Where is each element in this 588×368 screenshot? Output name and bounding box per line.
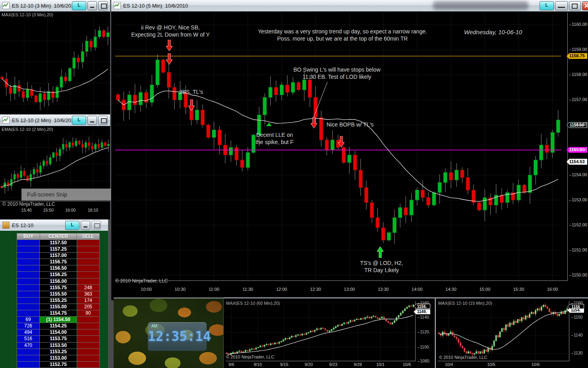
dom-buy-cell[interactable] (17, 298, 40, 304)
titlebar-3min[interactable]: ES 12-10 (3 Min) 10/6/2010 L (0, 0, 110, 12)
price-axis-label: 1157.00 (572, 97, 587, 102)
dom-buy-cell[interactable] (17, 291, 40, 298)
dom-row: 4941154.00 (17, 329, 100, 336)
time-axis-label: 11:30 (239, 287, 257, 292)
time-axis-label: 11:00 (205, 287, 223, 292)
dom-sell-cell[interactable] (77, 336, 100, 342)
dom-buy-cell[interactable] (17, 285, 40, 291)
dom-buy-cell[interactable] (17, 304, 40, 310)
price-axis-label: 1153.00 (572, 197, 587, 202)
dom-buy-cell[interactable]: 494 (17, 329, 40, 336)
link-button[interactable]: L (540, 1, 554, 10)
red-down-arrow-icon (188, 99, 195, 111)
dom-sell-cell[interactable] (77, 259, 100, 265)
time-axis-label: 15:50 (39, 208, 58, 212)
dom-buy-cell[interactable]: 470 (17, 343, 40, 349)
titlebar-5min[interactable]: ES 12-10 (5 Min) 10/6/2010 L (111, 0, 588, 12)
dom-sell-cell[interactable] (77, 349, 100, 355)
dom-sell-cell[interactable] (77, 362, 100, 368)
price-axis-label: 1159.00 (572, 47, 587, 52)
dom-buy-cell[interactable] (17, 253, 40, 259)
dom-sell-cell[interactable] (77, 240, 100, 246)
time-axis-label: 16:00 (544, 287, 562, 292)
time-axis-label: 10/6 (398, 362, 416, 367)
time-axis-label: 9/6 (222, 362, 240, 367)
maximize-button[interactable] (569, 1, 581, 10)
dom-sell-cell[interactable]: 90 (77, 310, 100, 317)
close-button[interactable] (582, 1, 588, 10)
price-axis-label: 1152.00 (572, 222, 587, 227)
dom-sell-cell[interactable] (77, 272, 100, 278)
link-button[interactable]: L (65, 221, 79, 230)
dom-row: 1157.00 (17, 253, 100, 259)
dom-sell-cell[interactable] (77, 323, 100, 329)
dom-sell-cell[interactable]: 248 (77, 285, 100, 291)
dom-buy-cell[interactable] (17, 355, 40, 362)
dom-row: 1156.50 (17, 265, 100, 272)
dom-buy-cell[interactable] (17, 272, 40, 278)
maximize-button[interactable] (98, 116, 108, 125)
price-axis-label: 1080. (420, 358, 430, 363)
dom-buy-cell[interactable] (17, 265, 40, 272)
dom-sell-cell[interactable] (77, 355, 100, 362)
minimize-button[interactable] (87, 1, 97, 10)
dom-row: 1157.50 (17, 240, 100, 246)
time-axis-label: 10:00 (137, 287, 155, 292)
titlebar-2min[interactable]: ES 12-10 (2 Min) 10/6/2010 L (0, 115, 110, 126)
maximize-button[interactable] (91, 221, 101, 230)
dom-last-price-cell: (1) 1154.50 (40, 317, 77, 323)
dom-sell-cell[interactable]: 205 (77, 304, 100, 310)
chart-icon (2, 117, 10, 124)
copyright: © 2010 NinjaTrader, LLC (439, 355, 487, 360)
titlebar-dom[interactable]: ES 12-10 L (0, 220, 108, 231)
dom-buy-cell[interactable] (17, 362, 40, 368)
dom-header-sell: SELL (77, 234, 99, 239)
dom-buy-cell[interactable] (17, 310, 40, 317)
price-axis-label: 1150.00 (572, 273, 587, 277)
dom-sell-cell[interactable] (77, 246, 100, 253)
minimize-button[interactable] (555, 1, 568, 10)
dom-sell-cell[interactable] (77, 343, 100, 349)
dom-price-cell: 1157.50 (40, 240, 77, 246)
dom-header-row: BUY CENTER SELL (17, 233, 100, 240)
dom-price-cell: 1153.75 (40, 336, 77, 342)
background-window-blur (433, 1, 528, 10)
dom-sell-cell[interactable] (77, 278, 100, 285)
dom-header-center: CENTER (40, 234, 77, 239)
dom-row: 5161153.75 (17, 336, 100, 342)
time-axis-line (226, 361, 416, 361)
copyright: © 2010 NinjaTrader, LLC (115, 278, 168, 284)
dom-sell-cell[interactable]: 363 (77, 291, 100, 298)
time-axis-label: 15:30 (510, 287, 528, 292)
dom-row: 1155.25174 (17, 298, 100, 304)
dom-buy-cell[interactable] (17, 259, 40, 265)
window-title: ES 12-10 (5 Min) 10/6/2010 (123, 3, 188, 9)
dom-row: 1157.25 (17, 246, 100, 253)
dom-buy-cell[interactable] (17, 240, 40, 246)
dom-row: 1152.75 (17, 362, 100, 368)
dom-buy-cell[interactable]: 726 (17, 323, 40, 329)
dom-sell-cell[interactable] (77, 253, 100, 259)
dom-sell-cell[interactable] (77, 265, 100, 272)
time-axis-label: 16:10 (84, 208, 102, 212)
dom-buy-cell[interactable] (17, 278, 40, 285)
link-button[interactable]: L (72, 116, 86, 125)
chart-canvas-60min[interactable] (226, 301, 414, 361)
minimize-button[interactable] (81, 221, 90, 230)
dom-sell-cell[interactable] (77, 329, 100, 336)
dom-sell-cell[interactable]: 174 (77, 298, 100, 304)
dom-sell-cell[interactable] (77, 317, 100, 323)
price-axis-label: 1140 (574, 333, 583, 337)
dom-price-cell: 1154.00 (40, 329, 77, 336)
chart-window-60min: MAX(ES 12-10 (60 Min),20) 1156.1149. 116… (224, 298, 435, 368)
chart-canvas-3min[interactable] (0, 18, 110, 115)
maximize-button[interactable] (98, 1, 108, 10)
clock-widget[interactable]: AM 12:35:14 (148, 322, 207, 351)
dom-buy-cell[interactable] (17, 349, 40, 355)
dom-buy-cell[interactable]: 69 (17, 317, 40, 323)
chart-canvas-15min[interactable] (438, 301, 568, 361)
dom-buy-cell[interactable]: 516 (17, 336, 40, 342)
minimize-button[interactable] (87, 116, 97, 125)
link-button[interactable]: L (72, 1, 86, 10)
dom-buy-cell[interactable] (17, 246, 40, 253)
